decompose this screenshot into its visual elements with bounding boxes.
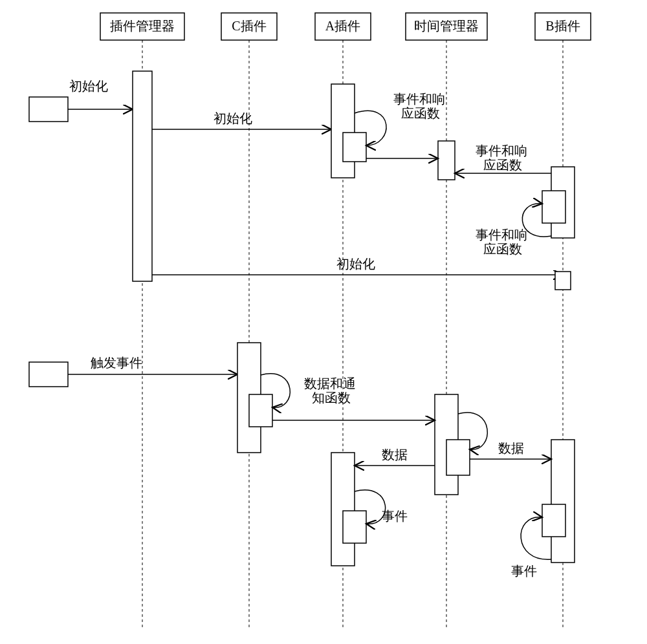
lifeline-label: A插件 [325,19,360,33]
lifeline-label: B插件 [545,19,580,33]
exec-plugin-mgr [133,71,152,281]
label-event-a: 事件 [382,509,408,523]
label-trigger: 触发事件 [91,356,142,370]
label-init-pm-to-b: 初始化 [336,257,375,271]
exec-a-1-inner [343,133,366,162]
label-eventresp-2: 事件和响 应函数 [476,144,531,172]
lifeline-label: 插件管理器 [110,19,175,33]
exec-a-2-outer [331,453,355,566]
exec-a-1-outer [331,84,355,178]
label-eventresp-3: 事件和响 应函数 [476,228,531,256]
lifeline-label: C插件 [232,19,266,33]
label-data-notify: 数据和通 知函数 [304,376,359,405]
label-init-pm-to-a: 初始化 [214,111,252,125]
label-init-left: 初始化 [69,79,108,93]
exec-a-2-inner [343,511,366,543]
exec-c-inner [249,394,272,427]
external-actor-1 [29,97,68,122]
sequence-diagram: 插件管理器 C插件 A插件 时间管理器 B插件 初始化 初始化 事件和响 应函数… [0,0,647,644]
exec-b-2-outer [551,440,575,563]
exec-time-1 [438,141,455,180]
lifeline-c-plugin: C插件 [221,13,277,627]
exec-b-2-inner [542,504,565,537]
exec-time-2-inner [446,440,470,475]
exec-b-1-inner [542,191,565,223]
label-event-b: 事件 [511,564,537,578]
label-data-to-b: 数据 [498,441,524,455]
label-eventresp-1: 事件和响 应函数 [393,92,448,120]
lifeline-label: 时间管理器 [414,19,479,33]
external-actor-2 [29,362,68,387]
label-data-to-a: 数据 [382,447,408,462]
exec-b-small [555,272,571,290]
